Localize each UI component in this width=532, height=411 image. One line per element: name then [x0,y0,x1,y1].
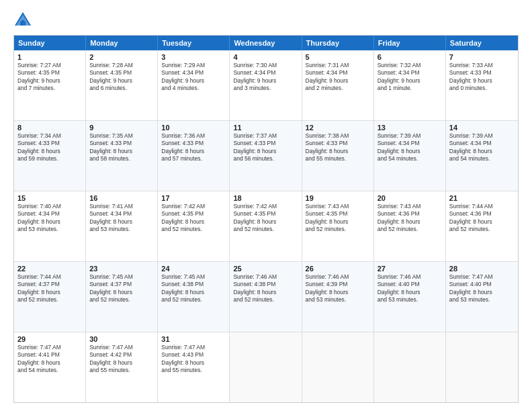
day-number: 12 [306,124,370,132]
day-number: 23 [89,265,154,273]
header-day-friday: Friday [374,36,446,50]
day-number: 19 [306,194,370,202]
calendar-row-2: 8Sunrise: 7:34 AMSunset: 4:33 PMDaylight… [14,121,518,191]
day-number: 13 [378,124,442,132]
svg-rect-2 [20,21,26,26]
cell-text: Sunrise: 7:31 AMSunset: 4:34 PMDaylight:… [306,62,370,93]
day-number: 6 [378,53,442,61]
cell-text: Sunrise: 7:46 AMSunset: 4:38 PMDaylight:… [233,273,298,304]
page: SundayMondayTuesdayWednesdayThursdayFrid… [0,0,532,411]
day-number: 22 [17,265,82,273]
calendar-cell-day-7: 7Sunrise: 7:33 AMSunset: 4:33 PMDaylight… [446,50,518,120]
cell-text: Sunrise: 7:44 AMSunset: 4:36 PMDaylight:… [449,203,515,234]
calendar-cell-day-10: 10Sunrise: 7:36 AMSunset: 4:33 PMDayligh… [158,121,230,191]
cell-text: Sunrise: 7:32 AMSunset: 4:34 PMDaylight:… [378,62,442,93]
calendar-cell-day-16: 16Sunrise: 7:41 AMSunset: 4:34 PMDayligh… [86,191,158,261]
cell-text: Sunrise: 7:39 AMSunset: 4:34 PMDaylight:… [449,132,515,163]
calendar-cell-day-27: 27Sunrise: 7:46 AMSunset: 4:40 PMDayligh… [374,262,446,332]
day-number: 18 [233,194,298,202]
day-number: 3 [161,53,226,61]
day-number: 27 [378,265,442,273]
cell-text: Sunrise: 7:35 AMSunset: 4:33 PMDaylight:… [89,132,154,163]
cell-text: Sunrise: 7:29 AMSunset: 4:34 PMDaylight:… [161,62,226,93]
logo-icon [13,11,32,30]
header [13,11,519,30]
cell-text: Sunrise: 7:47 AMSunset: 4:41 PMDaylight:… [17,344,82,375]
day-number: 17 [161,194,226,202]
day-number: 21 [449,194,515,202]
day-number: 31 [161,335,226,343]
calendar-row-1: 1Sunrise: 7:27 AMSunset: 4:35 PMDaylight… [14,50,518,121]
cell-text: Sunrise: 7:28 AMSunset: 4:35 PMDaylight:… [89,62,154,93]
calendar-cell-day-24: 24Sunrise: 7:45 AMSunset: 4:38 PMDayligh… [158,262,230,332]
calendar-cell-day-4: 4Sunrise: 7:30 AMSunset: 4:34 PMDaylight… [230,50,302,120]
cell-text: Sunrise: 7:36 AMSunset: 4:33 PMDaylight:… [161,132,226,163]
cell-text: Sunrise: 7:43 AMSunset: 4:36 PMDaylight:… [378,203,442,234]
calendar-cell-day-31: 31Sunrise: 7:47 AMSunset: 4:43 PMDayligh… [158,332,230,402]
calendar-cell-day-5: 5Sunrise: 7:31 AMSunset: 4:34 PMDaylight… [302,50,374,120]
calendar-cell-day-22: 22Sunrise: 7:44 AMSunset: 4:37 PMDayligh… [14,262,86,332]
calendar: SundayMondayTuesdayWednesdayThursdayFrid… [13,35,519,403]
calendar-cell-day-18: 18Sunrise: 7:42 AMSunset: 4:35 PMDayligh… [230,191,302,261]
cell-text: Sunrise: 7:45 AMSunset: 4:38 PMDaylight:… [161,273,226,304]
cell-text: Sunrise: 7:37 AMSunset: 4:33 PMDaylight:… [233,132,298,163]
calendar-cell-day-28: 28Sunrise: 7:47 AMSunset: 4:40 PMDayligh… [446,262,518,332]
day-number: 11 [233,124,298,132]
calendar-cell-day-26: 26Sunrise: 7:46 AMSunset: 4:39 PMDayligh… [302,262,374,332]
cell-text: Sunrise: 7:42 AMSunset: 4:35 PMDaylight:… [161,203,226,234]
day-number: 29 [17,335,82,343]
day-number: 1 [17,53,82,61]
cell-text: Sunrise: 7:47 AMSunset: 4:43 PMDaylight:… [161,344,226,375]
calendar-cell-day-17: 17Sunrise: 7:42 AMSunset: 4:35 PMDayligh… [158,191,230,261]
calendar-cell-day-19: 19Sunrise: 7:43 AMSunset: 4:35 PMDayligh… [302,191,374,261]
calendar-body: 1Sunrise: 7:27 AMSunset: 4:35 PMDaylight… [14,50,518,402]
calendar-cell-empty [446,332,518,402]
calendar-cell-day-21: 21Sunrise: 7:44 AMSunset: 4:36 PMDayligh… [446,191,518,261]
logo [13,11,35,30]
calendar-cell-day-14: 14Sunrise: 7:39 AMSunset: 4:34 PMDayligh… [446,121,518,191]
cell-text: Sunrise: 7:40 AMSunset: 4:34 PMDaylight:… [17,203,82,234]
calendar-cell-day-29: 29Sunrise: 7:47 AMSunset: 4:41 PMDayligh… [14,332,86,402]
day-number: 25 [233,265,298,273]
cell-text: Sunrise: 7:45 AMSunset: 4:37 PMDaylight:… [89,273,154,304]
cell-text: Sunrise: 7:41 AMSunset: 4:34 PMDaylight:… [89,203,154,234]
calendar-cell-day-23: 23Sunrise: 7:45 AMSunset: 4:37 PMDayligh… [86,262,158,332]
calendar-cell-day-15: 15Sunrise: 7:40 AMSunset: 4:34 PMDayligh… [14,191,86,261]
header-day-sunday: Sunday [14,36,86,50]
calendar-cell-day-11: 11Sunrise: 7:37 AMSunset: 4:33 PMDayligh… [230,121,302,191]
calendar-row-4: 22Sunrise: 7:44 AMSunset: 4:37 PMDayligh… [14,262,518,332]
cell-text: Sunrise: 7:43 AMSunset: 4:35 PMDaylight:… [306,203,370,234]
day-number: 5 [306,53,370,61]
cell-text: Sunrise: 7:38 AMSunset: 4:33 PMDaylight:… [306,132,370,163]
calendar-cell-day-25: 25Sunrise: 7:46 AMSunset: 4:38 PMDayligh… [230,262,302,332]
cell-text: Sunrise: 7:47 AMSunset: 4:42 PMDaylight:… [89,344,154,375]
calendar-cell-day-2: 2Sunrise: 7:28 AMSunset: 4:35 PMDaylight… [86,50,158,120]
header-day-saturday: Saturday [446,36,518,50]
calendar-row-3: 15Sunrise: 7:40 AMSunset: 4:34 PMDayligh… [14,191,518,262]
cell-text: Sunrise: 7:30 AMSunset: 4:34 PMDaylight:… [233,62,298,93]
day-number: 10 [161,124,226,132]
day-number: 8 [17,124,82,132]
calendar-cell-day-6: 6Sunrise: 7:32 AMSunset: 4:34 PMDaylight… [374,50,446,120]
calendar-cell-day-20: 20Sunrise: 7:43 AMSunset: 4:36 PMDayligh… [374,191,446,261]
day-number: 9 [89,124,154,132]
calendar-cell-empty [230,332,302,402]
cell-text: Sunrise: 7:44 AMSunset: 4:37 PMDaylight:… [17,273,82,304]
cell-text: Sunrise: 7:39 AMSunset: 4:34 PMDaylight:… [378,132,442,163]
calendar-cell-empty [374,332,446,402]
day-number: 28 [449,265,515,273]
cell-text: Sunrise: 7:27 AMSunset: 4:35 PMDaylight:… [17,62,82,93]
day-number: 2 [89,53,154,61]
cell-text: Sunrise: 7:33 AMSunset: 4:33 PMDaylight:… [449,62,515,93]
cell-text: Sunrise: 7:47 AMSunset: 4:40 PMDaylight:… [449,273,515,304]
header-day-thursday: Thursday [302,36,374,50]
header-day-monday: Monday [86,36,158,50]
calendar-cell-day-8: 8Sunrise: 7:34 AMSunset: 4:33 PMDaylight… [14,121,86,191]
calendar-cell-day-3: 3Sunrise: 7:29 AMSunset: 4:34 PMDaylight… [158,50,230,120]
cell-text: Sunrise: 7:34 AMSunset: 4:33 PMDaylight:… [17,132,82,163]
day-number: 30 [89,335,154,343]
header-day-tuesday: Tuesday [158,36,230,50]
day-number: 4 [233,53,298,61]
day-number: 16 [89,194,154,202]
day-number: 24 [161,265,226,273]
